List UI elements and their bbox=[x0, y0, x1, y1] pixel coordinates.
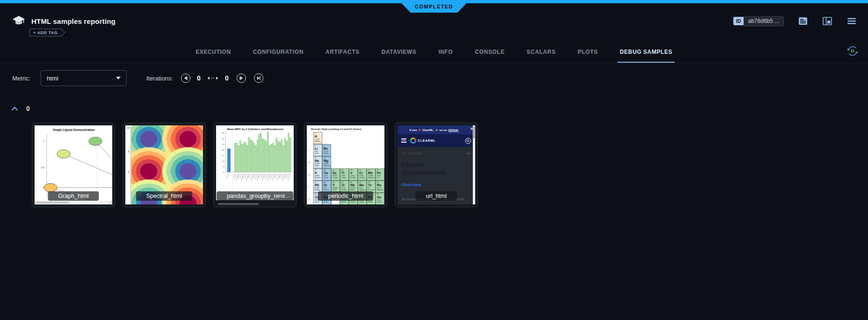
element-cell-Cr: 24Cr51.9961Chromium bbox=[358, 168, 367, 181]
row-label: VI bbox=[308, 198, 310, 200]
iteration-group-header[interactable]: 0 bbox=[11, 105, 30, 112]
page-title: HTML samples reporting bbox=[31, 17, 116, 25]
status-badge: COMPLETED bbox=[398, 0, 470, 13]
experiment-header: HTML samples reporting ID ab78d6b5 ... bbox=[12, 13, 857, 29]
github-banner: If you ❤ ClearML, ★ us on GitHub! ✕ bbox=[398, 125, 475, 134]
iteration-group-label: 0 bbox=[26, 105, 30, 112]
row-label: III bbox=[308, 161, 310, 164]
metric-label: Metric: bbox=[12, 75, 30, 82]
star-icon: ★ bbox=[435, 128, 438, 131]
iterations-label: Iterations: bbox=[146, 75, 173, 82]
svg-text:10: 10 bbox=[222, 160, 224, 162]
experiment-id-chip[interactable]: ID ab78d6b5 ... bbox=[733, 17, 784, 26]
metric-select[interactable]: html bbox=[41, 70, 127, 86]
overview-link[interactable]: Overview bbox=[402, 182, 471, 187]
docs-heading: ClearML Documentation bbox=[402, 161, 453, 176]
row-label: I bbox=[308, 137, 309, 139]
horizontal-scrollbar[interactable] bbox=[218, 203, 259, 205]
last-iteration-button[interactable] bbox=[254, 73, 263, 83]
previous-iteration-button[interactable] bbox=[181, 73, 190, 83]
tab-dataviews[interactable]: DATAVIEWS bbox=[382, 41, 417, 63]
tab-artifacts[interactable]: ARTIFACTS bbox=[326, 41, 360, 63]
svg-text:35: 35 bbox=[222, 132, 224, 134]
iteration-range-icon bbox=[207, 76, 218, 80]
row-label: V bbox=[308, 186, 310, 188]
vertical-scrollbar[interactable] bbox=[473, 125, 475, 204]
sample-card-graph[interactable]: Graph Layout Demonstration10.50 Graph_ht… bbox=[32, 123, 115, 207]
docs-header: CLEARML bbox=[398, 134, 475, 147]
metric-select-value: html bbox=[47, 75, 58, 82]
on-this-page-dropdown[interactable]: On this page bbox=[402, 151, 471, 155]
svg-text:0.5: 0.5 bbox=[41, 166, 44, 169]
periodic-title: Periodic Table (omitting LA and AC Serie… bbox=[311, 128, 361, 131]
element-cell-V: 23V50.9415Vanadium bbox=[349, 168, 358, 181]
svg-text:25: 25 bbox=[222, 143, 224, 145]
row-label: II bbox=[308, 149, 309, 152]
clearml-logo: CLEARML bbox=[410, 138, 436, 144]
tab-console[interactable]: CONSOLE bbox=[475, 41, 505, 63]
id-value: ab78d6b5 ... bbox=[744, 16, 784, 26]
svg-text:20: 20 bbox=[222, 149, 224, 151]
element-cell-Os: 76Os190.23Osmium bbox=[376, 193, 384, 204]
svg-text:Mean MPG by # Cylinders and Ma: Mean MPG by # Cylinders and Manufacturer bbox=[227, 128, 284, 131]
experiment-cap-icon bbox=[12, 15, 25, 27]
element-cell-Ti: 22Ti47.867Titanium bbox=[340, 168, 349, 181]
element-cell-H: 1H1.00794Hydrogen bbox=[313, 132, 322, 144]
svg-text:Graph Layout Demonstration: Graph Layout Demonstration bbox=[53, 128, 95, 132]
header-actions: ID ab78d6b5 ... bbox=[733, 16, 857, 26]
element-cell-Be: 4Be9.01218Beryllium bbox=[322, 144, 331, 156]
add-tag-button[interactable]: + ADD TAG bbox=[29, 29, 65, 36]
auto-refresh-icon[interactable] bbox=[846, 45, 859, 57]
sample-label: periodic_html bbox=[318, 191, 373, 201]
iteration-from: 0 bbox=[197, 74, 201, 82]
element-cell-K: 19K39.0983Potassium bbox=[313, 168, 322, 181]
tab-plots[interactable]: PLOTS bbox=[578, 41, 598, 63]
row-label: IV bbox=[308, 174, 310, 176]
element-cell-Mn: 25Mn54.93805Manganese bbox=[367, 168, 376, 181]
svg-text:1: 1 bbox=[43, 140, 44, 143]
element-cell-Mg: 12Mg24.305Magnesium bbox=[322, 156, 331, 168]
svg-text:15: 15 bbox=[222, 154, 224, 157]
tab-configuration[interactable]: CONFIGURATION bbox=[253, 41, 304, 63]
hamburger-menu-icon[interactable] bbox=[401, 138, 406, 143]
add-tag-label: + ADD TAG bbox=[33, 30, 58, 35]
sample-card-pandas[interactable]: Mean MPG by # Cylinders and Manufacturer… bbox=[213, 123, 297, 207]
tab-debug-samples[interactable]: DEBUG SAMPLES bbox=[620, 41, 672, 63]
pandas-thumbnail: Mean MPG by # Cylinders and Manufacturer… bbox=[216, 125, 294, 200]
element-cell-Ru: 44Ru101.07Ruthenium bbox=[376, 181, 384, 193]
sample-label: url_html bbox=[416, 191, 457, 201]
chevron-up-icon bbox=[11, 106, 18, 111]
element-cell-Ca: 20Ca40.078Calcium bbox=[322, 168, 331, 181]
tab-info[interactable]: INFO bbox=[438, 41, 453, 63]
debug-samples-controls: Metric: html Iterations: 0 0 bbox=[12, 70, 263, 87]
tab-bar: EXECUTIONCONFIGURATIONARTIFACTSDATAVIEWS… bbox=[0, 41, 868, 63]
sample-card-spectral[interactable]: 1086 Spectral_html bbox=[123, 123, 206, 207]
svg-text:30: 30 bbox=[222, 138, 224, 140]
element-cell-Sc: 21Sc44.9559Scandium bbox=[331, 168, 340, 181]
sample-card-periodic[interactable]: Periodic Table (omitting LA and AC Serie… bbox=[304, 123, 387, 207]
debug-sample-cards: Graph Layout Demonstration10.50 Graph_ht… bbox=[32, 123, 478, 207]
element-cell-Li: 3Li6.941Lithium bbox=[313, 144, 322, 156]
layout-panel-icon[interactable] bbox=[822, 16, 832, 26]
element-cell-Na: 11Na22.98977Sodium bbox=[313, 156, 322, 168]
search-icon[interactable] bbox=[465, 138, 471, 144]
y-tick-label: 10 bbox=[127, 126, 130, 129]
sample-label: Spectral_html bbox=[136, 191, 192, 201]
next-iteration-button[interactable] bbox=[237, 73, 246, 83]
chevron-down-icon bbox=[116, 77, 121, 80]
chevron-down-icon bbox=[466, 152, 471, 155]
menu-icon[interactable] bbox=[846, 16, 857, 26]
y-tick-label: 8 bbox=[128, 150, 130, 153]
github-link[interactable]: GitHub! bbox=[448, 129, 458, 131]
sample-label: Graph_html bbox=[48, 191, 99, 201]
sample-card-url[interactable]: If you ❤ ClearML, ★ us on GitHub! ✕ CLEA… bbox=[395, 123, 478, 207]
id-label: ID bbox=[733, 17, 744, 25]
sample-label: pandas_groupby_nest… bbox=[217, 191, 293, 201]
tab-execution[interactable]: EXECUTION bbox=[195, 41, 231, 63]
element-cell-Fe: 26Fe55.845Iron bbox=[376, 168, 384, 181]
heart-icon: ❤ bbox=[419, 128, 421, 131]
iteration-to: 0 bbox=[225, 74, 229, 82]
y-axis: 1086 bbox=[125, 125, 131, 204]
tab-scalars[interactable]: SCALARS bbox=[527, 41, 556, 63]
console-log-icon[interactable] bbox=[798, 16, 808, 26]
